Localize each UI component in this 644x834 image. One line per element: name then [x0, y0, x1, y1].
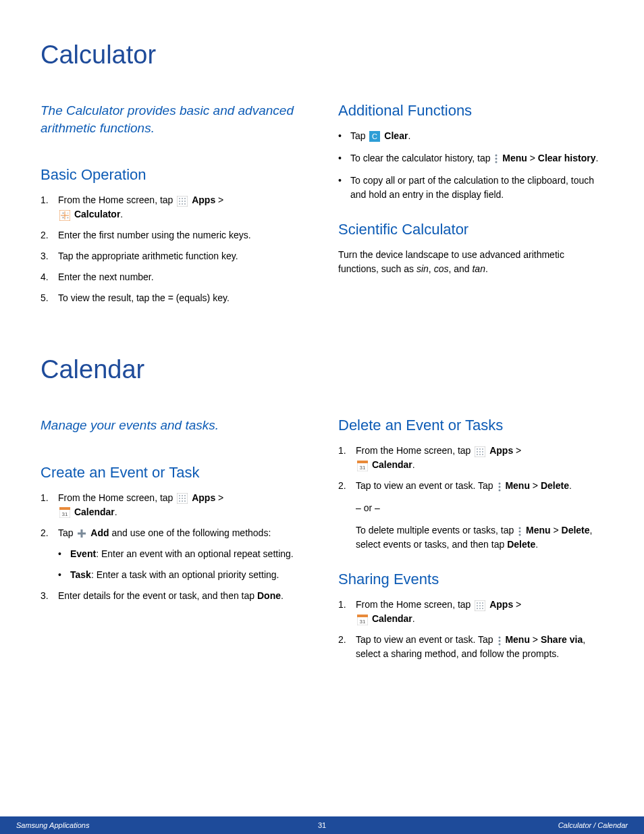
svg-point-4 [179, 201, 180, 202]
text: Tap [58, 527, 76, 538]
svg-rect-67 [357, 615, 368, 617]
svg-point-59 [482, 602, 483, 604]
svg-text:×: × [62, 215, 64, 219]
add-label: Add [90, 527, 109, 538]
text: . [412, 613, 415, 624]
text: . [281, 590, 284, 601]
svg-text:C: C [372, 132, 377, 140]
menu-label: Menu [502, 153, 527, 163]
calculator-left-column: The Calculator provides basic and advanc… [41, 102, 306, 312]
menu-icon [518, 526, 522, 537]
delete-step-1: From the Home screen, tap Apps > 31 Cale… [338, 444, 603, 472]
svg-point-20 [495, 158, 498, 160]
calendar-label: Calendar [74, 506, 115, 517]
calendar-left-column: Manage your events and tasks. Create an … [41, 417, 306, 668]
svg-point-71 [498, 643, 500, 645]
svg-point-6 [184, 201, 186, 202]
create-sub-task: Task: Enter a task with an optional prio… [58, 568, 306, 582]
cos-text: cos [434, 263, 449, 274]
delete-label-2: Delete [507, 539, 535, 550]
svg-point-53 [519, 527, 521, 529]
page-title-calculator: Calculator [41, 41, 603, 70]
apps-icon [177, 196, 188, 207]
text: To delete multiple events or tasks, tap [356, 525, 516, 536]
footer-left: Samsung Applications [16, 821, 89, 829]
svg-point-27 [182, 498, 183, 499]
text: . [535, 539, 538, 550]
svg-text:31: 31 [360, 619, 366, 625]
svg-point-45 [479, 454, 481, 455]
svg-point-42 [479, 451, 481, 452]
svg-point-63 [477, 608, 478, 609]
basic-step-4: Enter the next number. [41, 270, 306, 284]
svg-rect-33 [59, 507, 70, 510]
text: > [551, 525, 562, 536]
svg-text:+: + [62, 211, 64, 215]
clear-label: Clear [384, 130, 408, 141]
basic-step-5: To view the result, tap the = (equals) k… [41, 291, 306, 305]
calculator-label: Calculator [74, 209, 120, 219]
calendar-intro: Manage your events and tasks. [41, 417, 306, 434]
text: Enter details for the event or task, and… [58, 590, 257, 601]
svg-point-1 [179, 198, 180, 199]
svg-point-55 [519, 533, 521, 536]
svg-point-28 [184, 498, 186, 499]
menu-icon [494, 153, 498, 164]
additional-bullet-2: To clear the calculator history, tap Men… [338, 151, 603, 165]
create-step-2: Tap Add and use one of the following met… [41, 526, 306, 582]
calculator-icon: +−×÷ [59, 210, 70, 221]
menu-icon [498, 635, 502, 646]
task-label: Task [70, 569, 91, 580]
tan-text: tan [472, 263, 485, 274]
text: Tap to view an event or task. Tap [356, 634, 496, 645]
menu-label: Menu [505, 634, 530, 645]
svg-point-19 [495, 155, 498, 157]
section-title-scientific-calculator: Scientific Calculator [338, 221, 603, 238]
or-separator: – or – [338, 501, 603, 515]
text: From the Home screen, tap [356, 445, 473, 456]
section-title-sharing-events: Sharing Events [338, 571, 603, 588]
calculator-right-column: Additional Functions Tap C Clear. To cle… [338, 102, 603, 312]
svg-point-51 [498, 486, 500, 488]
svg-point-39 [479, 448, 481, 450]
svg-rect-48 [357, 461, 368, 463]
svg-point-60 [477, 605, 478, 606]
svg-point-24 [182, 495, 183, 496]
text: : Enter an event with an optional repeat… [96, 548, 294, 559]
basic-step-2: Enter the first number using the numeric… [41, 228, 306, 242]
text: , [429, 263, 434, 274]
apps-icon [177, 493, 188, 504]
delete-alt: To delete multiple events or tasks, tap … [338, 523, 603, 552]
event-label: Event [70, 548, 96, 559]
section-title-create-event-task: Create an Event or Task [41, 464, 306, 481]
create-step-3: Enter details for the event or task, and… [41, 589, 306, 603]
delete-label: Delete [562, 525, 590, 536]
svg-point-50 [498, 482, 500, 484]
share-via-label: Share via [541, 634, 583, 645]
svg-point-29 [179, 500, 180, 502]
apps-icon [475, 446, 485, 457]
svg-point-5 [182, 201, 183, 202]
calendar-label: Calendar [372, 613, 412, 624]
text: > [513, 599, 521, 610]
svg-point-8 [182, 203, 183, 205]
menu-label: Menu [505, 480, 530, 491]
text: . [569, 480, 572, 491]
apps-label: Apps [192, 492, 215, 503]
additional-bullet-3: To copy all or part of the calculation t… [338, 174, 603, 202]
svg-point-40 [482, 448, 483, 450]
delete-step-2: Tap to view an event or task. Tap Menu >… [338, 479, 603, 493]
section-title-delete-event-tasks: Delete an Event or Tasks [338, 417, 603, 434]
text: and use one of the following methods: [109, 527, 271, 538]
svg-point-54 [519, 530, 521, 532]
svg-point-3 [184, 198, 186, 199]
svg-point-23 [179, 495, 180, 496]
text: Tap to view an event or task. Tap [356, 480, 496, 491]
text: From the Home screen, tap [58, 492, 176, 503]
menu-label: Menu [526, 525, 551, 536]
text: > [530, 480, 541, 491]
section-title-additional-functions: Additional Functions [338, 102, 603, 120]
text: . [485, 263, 488, 274]
create-step-1: From the Home screen, tap Apps > 31 Cale… [41, 491, 306, 519]
calendar-icon: 31 [357, 615, 368, 625]
